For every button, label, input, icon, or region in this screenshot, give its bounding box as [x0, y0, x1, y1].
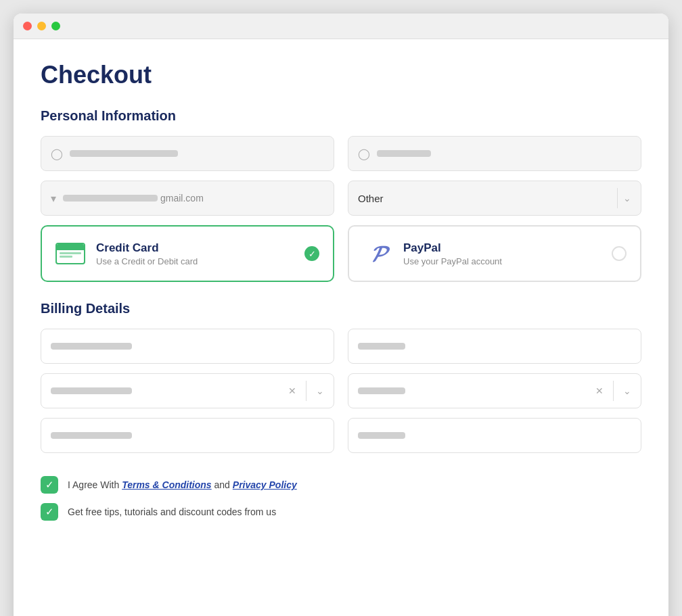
- billing-field-5[interactable]: [41, 418, 334, 453]
- billing-select-actions-1: ✕ ⌄: [288, 381, 324, 401]
- billing-row-1: [41, 329, 641, 364]
- email-referral-row: ▾ gmail.com Other ⌄: [41, 181, 641, 216]
- credit-card-icon: [55, 239, 85, 268]
- name-row: ◯ ◯: [41, 136, 641, 171]
- credit-card-text: Credit Card Use a Credit or Debit card: [96, 241, 294, 266]
- billing-field-1[interactable]: [41, 329, 334, 364]
- app-window: Checkout Personal Information ◯ ◯ ▾ gmai…: [14, 14, 668, 616]
- billing-field-2[interactable]: [348, 329, 641, 364]
- tips-checkbox[interactable]: ✓: [41, 503, 58, 521]
- person-icon-2: ◯: [358, 147, 370, 160]
- tips-label: Get free tips, tutorials and discount co…: [68, 506, 276, 517]
- email-blur: [63, 195, 158, 202]
- close-button[interactable]: [23, 22, 32, 30]
- check-icon-tips: ✓: [45, 506, 54, 518]
- last-name-field[interactable]: ◯: [348, 136, 641, 171]
- check-icon: ✓: [309, 249, 316, 259]
- spacer: [41, 463, 641, 476]
- first-name-field[interactable]: ◯: [41, 136, 334, 171]
- last-name-value: [377, 150, 431, 157]
- billing-row-2: ✕ ⌄ ✕ ⌄: [41, 373, 641, 408]
- personal-info-heading: Personal Information: [41, 108, 641, 124]
- email-icon: ▾: [51, 192, 56, 205]
- payment-options-row: Credit Card Use a Credit or Debit card ✓…: [41, 225, 641, 282]
- check-icon-terms: ✓: [45, 479, 54, 491]
- billing-val-6: [358, 432, 405, 439]
- email-domain: gmail.com: [160, 193, 204, 204]
- clear-icon-1[interactable]: ✕: [288, 385, 296, 396]
- billing-select-val-1: [51, 387, 132, 394]
- billing-val-2: [358, 343, 405, 350]
- titlebar: [14, 14, 668, 39]
- referral-dropdown[interactable]: Other ⌄: [348, 181, 641, 216]
- credit-card-subtitle: Use a Credit or Debit card: [96, 256, 294, 266]
- paypal-subtitle: Use your PayPal account: [403, 256, 601, 266]
- referral-value: Other: [358, 193, 612, 204]
- billing-val-5: [51, 432, 132, 439]
- billing-details-heading: Billing Details: [41, 301, 641, 316]
- paypal-icon: 𝓟: [363, 239, 392, 268]
- person-icon: ◯: [51, 147, 63, 160]
- chevron-down-icon-2: ⌄: [623, 385, 631, 396]
- billing-select-actions-2: ✕ ⌄: [595, 381, 631, 401]
- divider-1: [306, 381, 306, 401]
- select-divider: [617, 188, 618, 208]
- clear-icon-2[interactable]: ✕: [595, 385, 604, 396]
- terms-label-mid: and: [212, 479, 233, 490]
- billing-select-2[interactable]: ✕ ⌄: [348, 373, 641, 408]
- paypal-option[interactable]: 𝓟 PayPal Use your PayPal account: [348, 225, 641, 282]
- minimize-button[interactable]: [37, 22, 46, 30]
- billing-select-1[interactable]: ✕ ⌄: [41, 373, 334, 408]
- privacy-link[interactable]: Privacy Policy: [233, 479, 297, 490]
- billing-field-6[interactable]: [348, 418, 641, 453]
- terms-row: ✓ I Agree With Terms & Conditions and Pr…: [41, 476, 641, 494]
- paypal-text: PayPal Use your PayPal account: [403, 241, 601, 266]
- page-content: Checkout Personal Information ◯ ◯ ▾ gmai…: [14, 39, 668, 552]
- paypal-title: PayPal: [403, 241, 601, 255]
- paypal-logo: 𝓟: [371, 243, 385, 264]
- billing-select-val-2: [358, 387, 405, 394]
- credit-card-option[interactable]: Credit Card Use a Credit or Debit card ✓: [41, 225, 334, 282]
- divider-2: [613, 381, 614, 401]
- maximize-button[interactable]: [51, 22, 60, 30]
- first-name-value: [70, 150, 178, 157]
- terms-link[interactable]: Terms & Conditions: [122, 479, 212, 490]
- chevron-down-icon-1: ⌄: [316, 385, 324, 396]
- terms-label-start: I Agree With: [68, 479, 122, 490]
- billing-row-3: [41, 418, 641, 453]
- chevron-down-icon: ⌄: [623, 193, 631, 204]
- terms-checkbox[interactable]: ✓: [41, 476, 58, 494]
- terms-label: I Agree With Terms & Conditions and Priv…: [68, 479, 297, 490]
- email-field[interactable]: ▾ gmail.com: [41, 181, 334, 216]
- email-value: gmail.com: [63, 193, 324, 204]
- credit-card-radio[interactable]: ✓: [304, 246, 319, 261]
- credit-card-title: Credit Card: [96, 241, 294, 255]
- page-title: Checkout: [41, 61, 641, 89]
- billing-val-1: [51, 343, 132, 350]
- tips-row: ✓ Get free tips, tutorials and discount …: [41, 503, 641, 521]
- paypal-radio[interactable]: [612, 246, 627, 261]
